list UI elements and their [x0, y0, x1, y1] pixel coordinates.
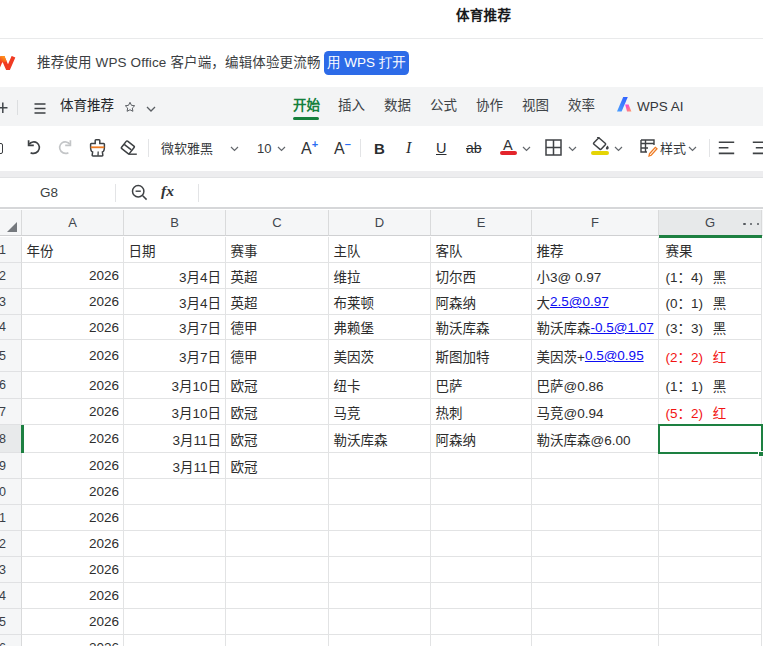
column-header-F[interactable]: F [532, 210, 659, 236]
cell-A11[interactable]: 2026 [22, 505, 124, 531]
row-header-14[interactable]: 14 [0, 583, 22, 609]
cell-D7[interactable]: 马竞 [329, 399, 431, 425]
cell-A8[interactable]: 2026 [22, 425, 124, 453]
wps-ai-label[interactable]: WPS AI [637, 99, 684, 114]
fill-color-chevron-icon[interactable] [614, 146, 623, 152]
cell-D6[interactable]: 纽卡 [329, 372, 431, 399]
font-name-select[interactable]: 微软雅黑 [161, 141, 213, 156]
cell-E8[interactable]: 阿森纳 [431, 425, 532, 453]
cell-E16[interactable] [431, 635, 532, 646]
cell-D5[interactable]: 美因茨 [329, 340, 431, 372]
wps-ai-logo-icon[interactable] [616, 97, 632, 112]
column-header-C[interactable]: C [226, 210, 329, 236]
cell-B7[interactable]: 3月10日 [124, 399, 226, 425]
cell-B1[interactable]: 日期 [124, 237, 226, 263]
cell-F8[interactable]: 勒沃库森@6.00 [532, 425, 659, 453]
cell-D3[interactable]: 布莱顿 [329, 289, 431, 315]
cell-G15[interactable] [659, 609, 762, 635]
cell-E15[interactable] [431, 609, 532, 635]
cell-B12[interactable] [124, 531, 226, 557]
row-header-2[interactable]: 2 [0, 263, 22, 289]
align-left-icon[interactable] [718, 141, 735, 155]
cell-C5[interactable]: 德甲 [226, 340, 329, 372]
cell-A6[interactable]: 2026 [22, 372, 124, 399]
row-header-4[interactable]: 4 [0, 315, 22, 340]
cell-A5[interactable]: 2026 [22, 340, 124, 372]
cell-G10[interactable] [659, 479, 762, 505]
cell-G11[interactable] [659, 505, 762, 531]
cell-C2[interactable]: 英超 [226, 263, 329, 289]
cell-E5[interactable]: 斯图加特 [431, 340, 532, 372]
cell-C14[interactable] [226, 583, 329, 609]
cell-C4[interactable]: 德甲 [226, 315, 329, 340]
column-header-D[interactable]: D [329, 210, 431, 236]
bold-button[interactable]: B [374, 140, 385, 157]
cell-B9[interactable]: 3月11日 [124, 453, 226, 479]
column-header-B[interactable]: B [124, 210, 226, 236]
fill-color-icon[interactable] [592, 137, 610, 151]
cell-G2[interactable]: (1：4) 黑 [659, 263, 762, 289]
row-header-10[interactable]: 10 [0, 479, 22, 505]
open-in-wps-button[interactable]: 用 WPS 打开 [324, 51, 409, 75]
cell-C6[interactable]: 欧冠 [226, 372, 329, 399]
cell-D10[interactable] [329, 479, 431, 505]
row-header-12[interactable]: 12 [0, 531, 22, 557]
column-menu-dots-icon[interactable] [743, 223, 759, 227]
row-header-15[interactable]: 15 [0, 609, 22, 635]
tab-home[interactable]: 开始 [293, 98, 320, 113]
cell-C12[interactable] [226, 531, 329, 557]
cell-A3[interactable]: 2026 [22, 289, 124, 315]
cell-E4[interactable]: 勒沃库森 [431, 315, 532, 340]
cell-G13[interactable] [659, 557, 762, 583]
italic-button[interactable]: I [406, 139, 411, 157]
cell-G5[interactable]: (2：2) 红 [659, 340, 762, 372]
row-header-6[interactable]: 6 [0, 372, 22, 399]
cell-F7[interactable]: 马竞@0.94 [532, 399, 659, 425]
zoom-search-icon[interactable] [131, 184, 148, 201]
cell-B11[interactable] [124, 505, 226, 531]
star-favorite-icon[interactable] [124, 101, 136, 113]
cell-B16[interactable] [124, 635, 226, 646]
cell-E13[interactable] [431, 557, 532, 583]
cell-D15[interactable] [329, 609, 431, 635]
row-header-8[interactable]: 8 [0, 425, 22, 453]
cell-G16[interactable] [659, 635, 762, 646]
tab-efficiency[interactable]: 效率 [568, 98, 595, 113]
undo-icon[interactable] [26, 139, 42, 156]
row-header-9[interactable]: 9 [0, 453, 22, 479]
cell-G12[interactable] [659, 531, 762, 557]
cell-D9[interactable] [329, 453, 431, 479]
row-header-16[interactable]: 16 [0, 635, 22, 646]
cell-A13[interactable]: 2026 [22, 557, 124, 583]
cell-D4[interactable]: 弗赖堡 [329, 315, 431, 340]
cell-F15[interactable] [532, 609, 659, 635]
cell-C8[interactable]: 欧冠 [226, 425, 329, 453]
cell-style-icon[interactable] [640, 139, 658, 157]
title-chevron-down-icon[interactable] [146, 106, 156, 112]
cell-G7[interactable]: (5：2) 红 [659, 399, 762, 425]
cell-F9[interactable] [532, 453, 659, 479]
cell-E7[interactable]: 热刺 [431, 399, 532, 425]
cell-E14[interactable] [431, 583, 532, 609]
row-header-5[interactable]: 5 [0, 340, 22, 372]
cell-A1[interactable]: 年份 [22, 237, 124, 263]
align-center-icon[interactable] [752, 141, 763, 155]
cell-C3[interactable]: 英超 [226, 289, 329, 315]
cell-F4[interactable]: 勒沃库森-0.5@1.07 [532, 315, 659, 340]
cell-D13[interactable] [329, 557, 431, 583]
cell-G9[interactable] [659, 453, 762, 479]
cell-E2[interactable]: 切尔西 [431, 263, 532, 289]
cell-B13[interactable] [124, 557, 226, 583]
cell-C7[interactable]: 欧冠 [226, 399, 329, 425]
column-header-E[interactable]: E [431, 210, 532, 236]
tab-view[interactable]: 视图 [522, 98, 549, 113]
cell-A2[interactable]: 2026 [22, 263, 124, 289]
insert-function-fx-icon[interactable]: fx [161, 182, 174, 200]
cell-E1[interactable]: 客队 [431, 237, 532, 263]
cell-D8[interactable]: 勒沃库森 [329, 425, 431, 453]
cell-D14[interactable] [329, 583, 431, 609]
cell-F1[interactable]: 推荐 [532, 237, 659, 263]
row-header-7[interactable]: 7 [0, 399, 22, 425]
cell-E11[interactable] [431, 505, 532, 531]
redo-icon[interactable] [57, 139, 73, 156]
